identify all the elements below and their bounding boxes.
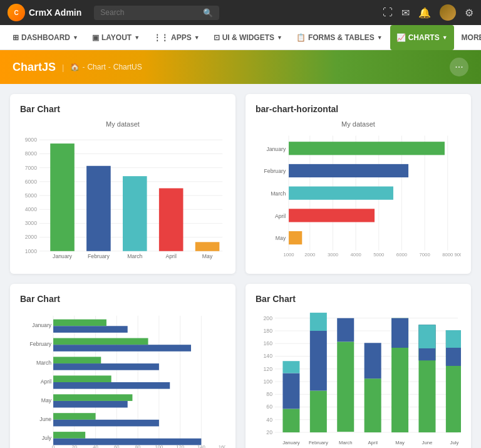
svg-rect-114	[391, 318, 408, 348]
bell-icon[interactable]: 🔔	[418, 7, 431, 19]
menu-label: CHARTS	[408, 33, 440, 42]
svg-text:April: April	[368, 440, 378, 445]
menu-label: UI & WIDGETS	[222, 33, 274, 42]
svg-rect-105	[282, 361, 299, 373]
content-area: Bar Chart My dataset 9000 8000 7000 6000…	[0, 84, 481, 448]
svg-text:April: April	[165, 253, 176, 259]
svg-text:120: 120	[264, 366, 273, 372]
svg-text:May: May	[41, 397, 52, 404]
logo[interactable]: C CrmX Admin	[8, 4, 81, 21]
breadcrumb: 🏠 - Chart - ChartUS	[70, 63, 142, 71]
charts-grid: Bar Chart My dataset 9000 8000 7000 6000…	[10, 94, 471, 448]
svg-text:June: June	[422, 440, 433, 445]
svg-text:May: May	[395, 440, 405, 445]
expand-icon[interactable]: ⛶	[383, 7, 393, 18]
svg-text:140: 140	[264, 353, 273, 359]
svg-rect-106	[310, 391, 327, 433]
menu-label: APPS	[171, 33, 192, 42]
hbar-april	[289, 209, 375, 222]
svg-rect-82	[53, 439, 201, 445]
search-bar[interactable]: 🔍	[94, 6, 219, 20]
hbar-may	[289, 231, 302, 244]
svg-text:January: January	[32, 322, 52, 328]
svg-rect-69	[53, 320, 106, 326]
chart-area: My dataset January February March April …	[256, 120, 461, 264]
svg-rect-70	[53, 326, 128, 333]
svg-text:3000: 3000	[25, 220, 37, 226]
svg-text:1000: 1000	[283, 252, 294, 258]
svg-text:9000: 9000	[25, 137, 37, 143]
gear-icon[interactable]: ⚙	[465, 7, 473, 19]
logo-icon: C	[8, 4, 25, 21]
svg-rect-81	[53, 432, 85, 439]
bar-chart-h-svg: January February March April May 1000 20…	[256, 130, 461, 262]
bar-chart-stacked-card: Bar Chart 200 180 160 140 120 100 80 60 …	[246, 284, 471, 448]
svg-text:80: 80	[266, 391, 272, 397]
avatar[interactable]	[440, 4, 456, 21]
options-button[interactable]: ···	[450, 58, 468, 76]
chevron-down-icon: ▼	[277, 34, 282, 41]
svg-text:4000: 4000	[351, 252, 361, 258]
bar-may	[195, 242, 220, 251]
widgets-icon: ⊡	[214, 33, 220, 42]
menu-label: LAYOUT	[101, 33, 132, 42]
search-icon: 🔍	[203, 8, 213, 18]
svg-text:June: June	[39, 416, 51, 422]
search-input[interactable]	[100, 8, 199, 17]
svg-text:60: 60	[266, 404, 272, 410]
svg-text:8000: 8000	[442, 252, 453, 258]
chart-title: bar-chart-horizontal	[256, 104, 461, 114]
svg-text:2000: 2000	[304, 252, 315, 258]
svg-text:5000: 5000	[25, 192, 37, 199]
svg-text:April: April	[41, 378, 51, 385]
svg-rect-71	[53, 338, 148, 345]
layout-icon: ▣	[92, 33, 99, 42]
svg-text:100: 100	[264, 378, 273, 385]
svg-text:200: 200	[264, 315, 273, 321]
menu-item-ui-widgets[interactable]: ⊡ UI & WIDGETS ▼	[207, 25, 289, 50]
svg-text:3000: 3000	[328, 252, 338, 258]
bar-chart-vertical-card: Bar Chart My dataset 9000 8000 7000 6000…	[10, 94, 235, 274]
chart-title: Bar Chart	[256, 294, 461, 304]
mail-icon[interactable]: ✉	[401, 7, 410, 19]
bar-february	[86, 166, 111, 251]
svg-text:6000: 6000	[25, 179, 37, 185]
chart-area: My dataset 9000 8000 7000 6000 5000 4000…	[20, 120, 225, 264]
svg-text:January: January	[53, 253, 73, 259]
bar-april	[159, 188, 184, 251]
svg-text:July: July	[42, 435, 52, 441]
svg-text:1000: 1000	[25, 248, 37, 254]
top-navigation: C CrmX Admin 🔍 ⛶ ✉ 🔔 ⚙	[0, 0, 481, 25]
svg-rect-77	[53, 394, 132, 401]
svg-text:180: 180	[264, 328, 273, 334]
svg-text:February: February	[29, 341, 51, 347]
svg-text:6000: 6000	[396, 252, 407, 258]
svg-rect-112	[365, 343, 381, 378]
menu-label: MORE	[462, 33, 481, 42]
menu-item-more[interactable]: MORE ▼	[455, 25, 481, 50]
chart-area: 200 180 160 140 120 100 80 60 40 20	[256, 310, 461, 448]
bar-chart-grouped-card: Bar Chart January February March April M…	[10, 284, 235, 448]
svg-text:2000: 2000	[25, 234, 37, 240]
svg-text:4000: 4000	[25, 206, 37, 212]
svg-text:9000: 9000	[455, 252, 461, 258]
forms-icon: 📋	[296, 33, 306, 42]
menu-label: DASHBOARD	[21, 33, 70, 42]
menu-item-apps[interactable]: ⋮⋮ APPS ▼	[147, 25, 206, 50]
svg-rect-103	[282, 409, 299, 432]
page-title: ChartJS	[13, 61, 56, 74]
hbar-february	[289, 164, 408, 177]
menu-item-dashboard[interactable]: ⊞ DASHBOARD ▼	[6, 25, 85, 50]
menu-item-layout[interactable]: ▣ LAYOUT ▼	[86, 25, 146, 50]
svg-text:July: July	[450, 440, 459, 445]
svg-rect-73	[53, 357, 101, 363]
svg-text:May: May	[202, 253, 213, 259]
menu-item-forms-tables[interactable]: 📋 FORMS & TABLES ▼	[290, 25, 389, 50]
menu-item-charts[interactable]: 📈 CHARTS ▼	[390, 25, 454, 50]
svg-text:January: January	[266, 146, 286, 152]
bar-january	[50, 143, 75, 251]
svg-text:5000: 5000	[373, 252, 384, 258]
chevron-down-icon: ▼	[73, 34, 78, 41]
dataset-label: My dataset	[20, 120, 225, 128]
svg-rect-74	[53, 363, 159, 370]
